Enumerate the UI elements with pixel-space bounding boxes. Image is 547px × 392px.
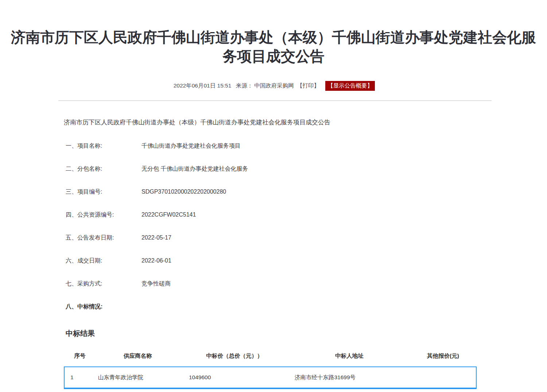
header-divider: [58, 100, 492, 101]
result-table: 序号供应商名称中标价（总价（元））中标人地址其他报价(元) 1山东青年政治学院1…: [64, 348, 477, 389]
print-button[interactable]: 【打印】: [297, 82, 319, 89]
announcement-item: 一、项目名称:千佛山街道办事处党建社会化服务项目: [66, 142, 492, 150]
item-label: 五、公告发布日期:: [66, 234, 141, 241]
table-cell: 山东青年政治学院: [96, 374, 180, 381]
source-name: 中国政府采购网: [254, 82, 294, 89]
table-cell: 济南市经十东路31699号: [289, 374, 410, 381]
item-value: SDGP370102000202202000280: [141, 188, 226, 195]
table-header-cell: 序号: [64, 348, 96, 364]
item-label: 四、公共资源编号:: [66, 211, 141, 218]
announcement-item: 八、中标情况:: [66, 303, 492, 310]
page-title: 济南市历下区人民政府千佛山街道办事处（本级）千佛山街道办事处党建社会化服务项目成…: [7, 28, 540, 66]
announcement-item: 四、公共资源编号:2022CGFW02C5141: [66, 211, 492, 218]
announcement-item: 五、公告发布日期:2022-05-17: [66, 234, 492, 241]
item-value: 竞争性磋商: [141, 280, 171, 287]
announcement-item: 七、采购方式:竞争性磋商: [66, 280, 492, 287]
table-header-cell: 其他报价(元): [410, 348, 477, 364]
publish-datetime: 2022年06月01日 15:51: [174, 82, 232, 89]
item-value: 2022-06-01: [141, 257, 171, 264]
item-label: 七、采购方式:: [66, 280, 141, 287]
show-summary-button[interactable]: 【显示公告概要】: [325, 81, 375, 91]
item-label: 一、项目名称:: [66, 142, 141, 150]
announcement-body: 济南市历下区人民政府千佛山街道办事处（本级）千佛山街道办事处党建社会化服务项目成…: [58, 118, 492, 389]
item-value: 2022CGFW02C5141: [141, 211, 196, 218]
item-label: 八、中标情况:: [66, 303, 141, 310]
item-label: 二、分包名称:: [66, 165, 141, 172]
item-value: 2022-05-17: [141, 234, 171, 241]
announcement-item: 六、成交日期:2022-06-01: [66, 257, 492, 264]
result-table-header: 序号供应商名称中标价（总价（元））中标人地址其他报价(元): [64, 348, 477, 364]
item-value: 千佛山街道办事处党建社会化服务项目: [141, 142, 241, 150]
item-value: 无分包 千佛山街道办事处党建社会化服务: [141, 165, 248, 172]
result-table-body: 1山东青年政治学院1049600济南市经十东路31699号: [64, 366, 477, 389]
table-cell: 1049600: [180, 374, 289, 381]
announcement-item: 二、分包名称:无分包 千佛山街道办事处党建社会化服务: [66, 165, 492, 172]
table-header-cell: 中标人地址: [289, 348, 410, 364]
item-label: 三、项目编号:: [66, 188, 141, 195]
table-cell: 1: [65, 374, 96, 381]
table-header-cell: 中标价（总价（元））: [180, 348, 289, 364]
table-header-cell: 供应商名称: [96, 348, 180, 364]
item-label: 六、成交日期:: [66, 257, 141, 264]
result-section-title: 中标结果: [58, 329, 492, 338]
announcement-items: 一、项目名称:千佛山街道办事处党建社会化服务项目二、分包名称:无分包 千佛山街道…: [58, 142, 492, 310]
article-heading: 济南市历下区人民政府千佛山街道办事处（本级）千佛山街道办事处党建社会化服务项目成…: [58, 118, 492, 127]
meta-line: 2022年06月01日 15:51 来源：中国政府采购网 【打印】 【显示公告概…: [0, 81, 547, 91]
table-row: 1山东青年政治学院1049600济南市经十东路31699号: [64, 366, 477, 389]
source-label: 来源：: [236, 82, 253, 89]
announcement-item: 三、项目编号:SDGP370102000202202000280: [66, 188, 492, 195]
